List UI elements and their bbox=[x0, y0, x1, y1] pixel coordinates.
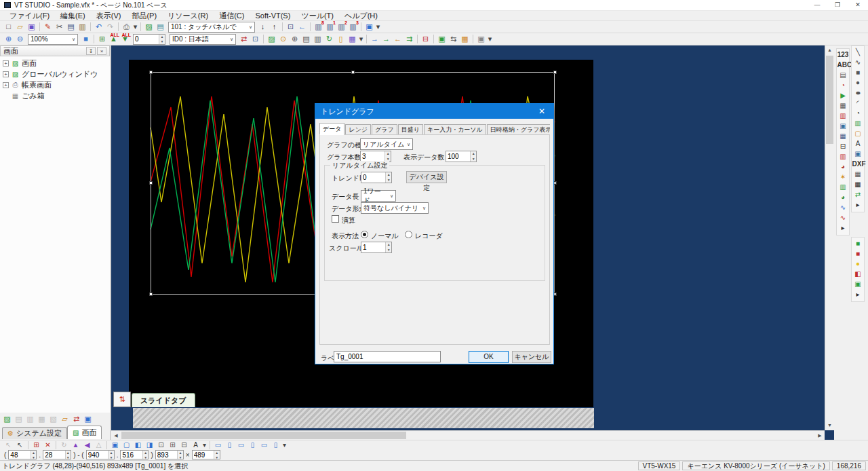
screen-edit-small-icon[interactable]: ▨ bbox=[1, 414, 13, 425]
frame-resize-icon[interactable]: ▯ bbox=[247, 440, 258, 450]
dialog-tab-グラフ[interactable]: グラフ bbox=[372, 124, 397, 135]
coord-height-spinner[interactable]: ▲▼ bbox=[192, 450, 220, 459]
ok-button[interactable]: OK bbox=[469, 351, 509, 363]
layer-dropdown-arrow[interactable]: ▾ bbox=[375, 22, 381, 33]
vertical-scroll-thumb[interactable] bbox=[826, 56, 833, 144]
dxf-import-icon[interactable]: DXF bbox=[852, 159, 864, 170]
message-display-part-icon[interactable]: ▤ bbox=[837, 71, 849, 81]
frame-move-icon[interactable]: ▭ bbox=[235, 440, 247, 450]
dialog-tab-レンジ[interactable]: レンジ bbox=[345, 124, 371, 135]
trend-id-spinner[interactable]: ▲▼ bbox=[361, 172, 392, 183]
more-switch-parts-arrow[interactable]: ▸ bbox=[852, 290, 864, 300]
transfer-to-vt-quick-icon[interactable]: → bbox=[380, 34, 392, 45]
frame-copy-icon[interactable]: ▭ bbox=[258, 440, 270, 450]
multi-screen-part-icon[interactable]: ▥ bbox=[837, 111, 849, 121]
image-swap-tool-icon[interactable]: ⇄ bbox=[852, 190, 864, 200]
polyline-tool-icon[interactable]: ∿ bbox=[852, 58, 864, 68]
delete-tool-icon[interactable]: ✕ bbox=[42, 440, 54, 450]
frame-dropdown-arrow[interactable]: ▾ bbox=[281, 440, 288, 450]
print-dropdown-arrow[interactable]: ▾ bbox=[132, 22, 138, 33]
menu-item-ファイル[interactable]: ファイル(F) bbox=[4, 11, 55, 21]
screen-copy-icon[interactable]: ⇄ bbox=[71, 414, 82, 425]
copy-screen-icon[interactable]: ▥ bbox=[24, 414, 36, 425]
undo-icon[interactable]: ↶ bbox=[93, 22, 104, 33]
dialog-tab-目盛り[interactable]: 目盛り bbox=[398, 124, 423, 135]
expand-icon[interactable]: + bbox=[3, 71, 9, 77]
paste-icon[interactable]: ▥ bbox=[77, 22, 88, 33]
prev-screen-icon[interactable]: ↑ bbox=[269, 22, 280, 33]
screen-edit-icon[interactable]: ▨ bbox=[143, 22, 155, 33]
menu-item-部品[interactable]: 部品(P) bbox=[126, 11, 162, 21]
trend-graph-part-icon[interactable]: ∿ bbox=[837, 213, 849, 223]
keypad-part-icon[interactable]: ▦ bbox=[837, 132, 849, 142]
select-locked-icon[interactable]: ↖ bbox=[3, 440, 14, 450]
grid-settings-icon[interactable]: ⊞ bbox=[96, 34, 108, 45]
sector-tool-icon[interactable]: ◔ bbox=[852, 109, 864, 119]
scroll-up-icon[interactable]: ▲ bbox=[825, 45, 834, 55]
coord-height-input[interactable] bbox=[193, 451, 214, 459]
coord-x1-input[interactable] bbox=[9, 451, 30, 459]
open-screen-icon[interactable]: ▱ bbox=[59, 414, 71, 425]
overlap-input[interactable] bbox=[134, 35, 159, 44]
graph-type-combo[interactable]: リアルタイム ∨ bbox=[360, 138, 413, 150]
scroll-right-icon[interactable]: ▶ bbox=[815, 431, 825, 440]
overlap-spinner[interactable]: ▲▼ bbox=[133, 34, 165, 45]
open-file-icon[interactable]: ▱ bbox=[14, 22, 26, 33]
expand-icon[interactable]: + bbox=[3, 82, 9, 88]
scroll-down-icon[interactable]: ▼ bbox=[825, 421, 834, 430]
group-icon[interactable]: ▣ bbox=[109, 440, 121, 450]
dialog-title-bar[interactable]: トレンドグラフ ✕ bbox=[315, 104, 553, 119]
resize-handle-sw[interactable] bbox=[149, 293, 153, 296]
coord-x2-input[interactable] bbox=[87, 451, 108, 459]
zoom-in-icon[interactable]: ⊕ bbox=[3, 34, 14, 45]
circle-tool-icon[interactable]: ● bbox=[852, 78, 864, 88]
scroll-pitch-input[interactable] bbox=[361, 242, 385, 252]
new-screen-icon[interactable]: ▤ bbox=[13, 414, 24, 425]
ungroup-icon[interactable]: ▢ bbox=[121, 440, 132, 450]
expand-icon[interactable]: + bbox=[3, 60, 9, 67]
scroll-pitch-spinner[interactable]: ▲▼ bbox=[361, 242, 392, 253]
select-tool-icon[interactable]: ↖ bbox=[14, 440, 26, 450]
dialog-tab-日時格納・グラフ表示制御[interactable]: 日時格納・グラフ表示制御 bbox=[487, 124, 550, 135]
layer-icon[interactable]: ▣ bbox=[363, 22, 375, 33]
edit-project-icon[interactable]: ✎ bbox=[42, 22, 54, 33]
zoom-level-combo[interactable]: 100% ∨ bbox=[28, 34, 78, 45]
arc-tool-icon[interactable]: ◜ bbox=[852, 98, 864, 109]
new-file-icon[interactable]: □ bbox=[3, 22, 14, 33]
menu-item-ヘルプ[interactable]: ヘルプ(H) bbox=[339, 11, 383, 21]
more-parts-arrow[interactable]: ▸ bbox=[837, 223, 849, 233]
vertical-scrollbar[interactable]: ▲ ▼ bbox=[825, 45, 834, 430]
bar-graph-part-icon[interactable]: ▥ bbox=[837, 152, 849, 162]
back-screen-icon[interactable]: ← bbox=[296, 22, 308, 33]
touch-switch-green-icon[interactable]: ■ bbox=[852, 239, 864, 249]
touch-switch-red-icon[interactable]: ■ bbox=[852, 249, 864, 259]
device-refresh-icon[interactable]: ↻ bbox=[323, 34, 335, 45]
frame-tool-icon[interactable]: ▢ bbox=[852, 129, 864, 139]
more-draw-tools-arrow[interactable]: ▸ bbox=[852, 200, 864, 210]
flip-vertical-icon[interactable]: ▲ bbox=[70, 440, 81, 450]
print-icon[interactable]: ⎙ bbox=[121, 22, 132, 33]
tools-dropdown-arrow[interactable]: ▾ bbox=[487, 34, 493, 45]
copy-icon[interactable]: ▤ bbox=[65, 22, 77, 33]
screen-manager-icon[interactable]: ▤ bbox=[155, 22, 166, 33]
calc-dropdown-arrow[interactable]: ▾ bbox=[358, 34, 364, 45]
movie-part-icon[interactable]: ▦ bbox=[837, 101, 849, 111]
preview-icon[interactable]: ⊡ bbox=[250, 34, 261, 45]
duplicate-screen-icon[interactable]: ▧ bbox=[47, 414, 59, 425]
table-tool-icon[interactable]: ▦ bbox=[852, 180, 864, 190]
radio-recorder[interactable] bbox=[405, 231, 412, 238]
minimize-button[interactable]: — bbox=[807, 0, 827, 11]
color-swatch-icon[interactable]: ■ bbox=[80, 34, 92, 45]
simulator-icon[interactable]: ▣ bbox=[436, 34, 448, 45]
meter-part-icon[interactable]: ◔ bbox=[837, 81, 849, 91]
flip-horizontal-icon[interactable]: ◀ bbox=[81, 440, 93, 450]
frame-paste-icon[interactable]: ▯ bbox=[270, 440, 281, 450]
show-all-lower-icon[interactable]: ▼ALL bbox=[119, 34, 131, 45]
coord-width-spinner[interactable]: ▲▼ bbox=[155, 450, 184, 459]
resize-handle-ne[interactable] bbox=[553, 71, 557, 74]
menu-item-編集[interactable]: 編集(E) bbox=[55, 11, 91, 21]
coord-width-input[interactable] bbox=[156, 451, 177, 459]
toggle-part-icon[interactable]: ◧ bbox=[852, 269, 864, 280]
dialog-tab-データ[interactable]: データ bbox=[319, 123, 344, 135]
rotate90-icon[interactable]: △ bbox=[93, 440, 104, 450]
